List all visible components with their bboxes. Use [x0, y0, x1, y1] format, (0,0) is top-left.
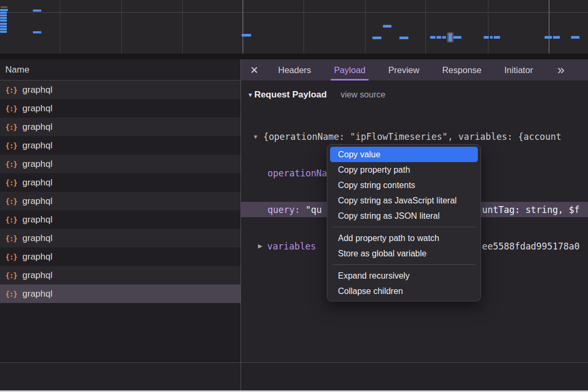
json-resource-icon: {:} — [5, 197, 17, 206]
view-source-link[interactable]: view source — [341, 90, 385, 100]
tab-label: Payload — [334, 65, 366, 75]
request-timing-bar — [453, 36, 461, 39]
json-value-fragment: untTag: string, $f — [482, 202, 580, 217]
active-tab-underline — [331, 79, 369, 81]
request-row[interactable]: {:}graphql — [0, 118, 240, 136]
request-row[interactable]: {:}graphql — [0, 192, 240, 210]
request-timing-bar — [0, 31, 7, 33]
request-name: graphql — [22, 233, 52, 244]
details-tab-bar: ✕ HeadersPayloadPreviewResponseInitiator… — [241, 59, 588, 81]
request-timing-bar — [33, 10, 41, 12]
request-timing-bar — [571, 36, 580, 39]
json-value-fragment: ee5588fdad995178a0 — [482, 238, 580, 254]
pending-bar — [1, 6, 7, 8]
request-timing-bar — [0, 20, 7, 22]
json-resource-icon: {:} — [5, 234, 17, 243]
json-resource-icon: {:} — [5, 104, 17, 113]
overview-gridline — [365, 0, 366, 54]
request-name: graphql — [22, 177, 52, 188]
context-menu: Copy valueCopy property pathCopy string … — [327, 144, 481, 301]
request-timing-bar — [0, 14, 7, 16]
request-name: graphql — [22, 270, 52, 281]
overview-gridline — [304, 0, 304, 54]
menu-item-copy-value[interactable]: Copy value — [330, 147, 478, 162]
menu-item-copy-string-as-json-literal[interactable]: Copy string as JSON literal — [327, 208, 480, 224]
tab-payload[interactable]: Payload — [332, 59, 367, 81]
request-timing-bar — [399, 37, 408, 39]
overview-gridline — [182, 0, 183, 54]
menu-item-expand-recursively[interactable]: Expand recursively — [327, 268, 480, 283]
overview-gridline — [425, 0, 426, 54]
tab-label: Response — [442, 65, 482, 75]
menu-item-copy-string-contents[interactable]: Copy string contents — [327, 177, 480, 193]
request-payload-section-header: ▼ Request Payload view source — [241, 81, 588, 101]
tabs-group: HeadersPayloadPreviewResponseInitiator — [277, 59, 554, 81]
section-collapse-triangle-icon[interactable]: ▼ — [247, 92, 253, 98]
request-name: graphql — [22, 289, 52, 299]
json-resource-icon: {:} — [5, 86, 17, 94]
request-name: graphql — [22, 196, 52, 207]
request-row[interactable]: {:}graphql — [0, 247, 240, 266]
close-icon[interactable]: ✕ — [250, 64, 261, 76]
tab-initiator[interactable]: Initiator — [503, 59, 534, 81]
overview-gridline — [60, 0, 60, 54]
column-header-name[interactable]: Name — [0, 59, 240, 81]
tab-label: Headers — [278, 65, 311, 75]
tab-response[interactable]: Response — [441, 59, 483, 81]
root-object-preview: {operationName: "ipFlowTimeseries", vari… — [263, 131, 562, 142]
menu-item-collapse-children[interactable]: Collapse children — [327, 283, 480, 299]
json-resource-icon: {:} — [5, 271, 17, 280]
more-tabs-icon[interactable]: » — [557, 64, 563, 76]
json-resource-icon: {:} — [5, 141, 17, 150]
selected-request-bar — [449, 33, 452, 41]
requests-list: {:}graphql{:}graphql{:}graphql{:}graphql… — [0, 81, 240, 303]
request-row[interactable]: {:}graphql — [0, 284, 240, 303]
request-name: graphql — [22, 159, 52, 170]
request-row[interactable]: {:}graphql — [0, 210, 240, 229]
request-row[interactable]: {:}graphql — [0, 173, 240, 192]
request-row[interactable]: {:}graphql — [0, 155, 240, 173]
request-timing-bar — [494, 36, 500, 39]
overview-gridline — [243, 0, 243, 54]
request-timing-bar — [553, 36, 560, 39]
json-resource-icon: {:} — [5, 160, 17, 168]
request-timing-bar — [436, 36, 441, 39]
tab-label: Initiator — [504, 65, 533, 75]
request-row[interactable]: {:}graphql — [0, 81, 240, 99]
network-main-area: Name {:}graphql{:}graphql{:}graphql{:}gr… — [0, 59, 588, 362]
json-resource-icon: {:} — [5, 216, 17, 224]
network-overview-timeline[interactable] — [0, 0, 588, 54]
tab-headers[interactable]: Headers — [277, 59, 313, 81]
column-header-label: Name — [5, 65, 29, 75]
expand-triangle-icon[interactable]: ▶ — [258, 243, 262, 250]
requests-table: Name {:}graphql{:}graphql{:}graphql{:}gr… — [0, 59, 240, 362]
tab-preview[interactable]: Preview — [387, 59, 421, 81]
menu-item-store-as-global-variable[interactable]: Store as global variable — [327, 246, 480, 261]
json-resource-icon: {:} — [5, 179, 17, 187]
request-name: graphql — [22, 122, 52, 132]
request-row[interactable]: {:}graphql — [0, 99, 240, 118]
json-resource-icon: {:} — [5, 253, 17, 261]
section-title: Request Payload — [254, 90, 327, 100]
request-timing-bar — [242, 34, 251, 37]
request-name: graphql — [22, 215, 52, 225]
request-row[interactable]: {:}graphql — [0, 136, 240, 155]
request-name: graphql — [22, 140, 52, 151]
request-timing-bar — [372, 37, 381, 39]
tree-row-root[interactable]: ▼ {operationName: "ipFlowTimeseries", va… — [241, 129, 588, 144]
menu-item-add-property-path-to-watch[interactable]: Add property path to watch — [327, 230, 480, 246]
request-timing-bar — [0, 25, 7, 28]
json-key: variables — [267, 241, 316, 252]
menu-separator — [333, 264, 475, 265]
expand-triangle-icon[interactable]: ▼ — [253, 133, 259, 140]
json-resource-icon: {:} — [5, 290, 17, 298]
request-row[interactable]: {:}graphql — [0, 229, 240, 247]
menu-item-copy-property-path[interactable]: Copy property path — [327, 162, 480, 177]
overview-gridline — [121, 0, 122, 54]
pane-splitter[interactable] — [240, 59, 241, 390]
overview-gridline-horizontal — [0, 12, 588, 13]
selected-request-marker — [447, 32, 453, 42]
request-row[interactable]: {:}graphql — [0, 266, 240, 284]
status-bar-area — [0, 362, 588, 391]
menu-item-copy-string-as-javascript-literal[interactable]: Copy string as JavaScript literal — [327, 193, 480, 208]
